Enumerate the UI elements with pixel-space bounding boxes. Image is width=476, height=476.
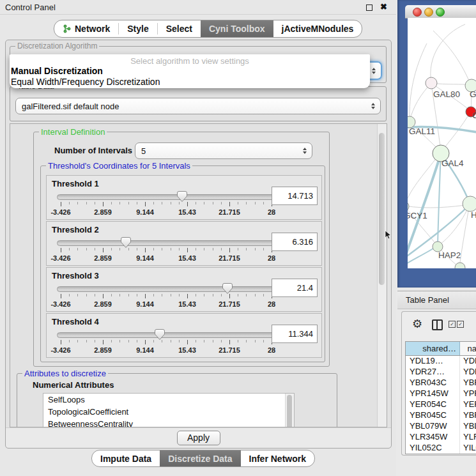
- numerical-attributes-list[interactable]: SelfLoopsTopologicalCoefficientBetweenne…: [43, 393, 295, 427]
- tick-label: 15.43: [178, 300, 196, 308]
- dropdown-placeholder-option[interactable]: Select algorithm to view settings: [10, 54, 370, 66]
- node-attribute-table[interactable]: shared… na YDL19…YDL1YDR27…YDR2YBR043CYB…: [405, 341, 476, 454]
- table-row[interactable]: YPR145WYPR1: [406, 388, 476, 399]
- threshold-value-field-4[interactable]: 11.344: [272, 325, 318, 343]
- tab-infer-network[interactable]: Infer Network: [241, 450, 314, 466]
- tab-cyni-toolbox[interactable]: Cyni Toolbox: [201, 20, 273, 37]
- settings-scrollbar-thumb[interactable]: [379, 133, 385, 285]
- panel-title: Control Panel: [5, 3, 56, 12]
- column-header-shared-name[interactable]: shared…: [406, 342, 460, 355]
- network-view-window: GAL80GCGAL11GAL4GCY1HHAP2: [397, 0, 476, 288]
- checkbox-icon[interactable]: ✓: [457, 321, 464, 328]
- cell-shared-name: YPR145W: [406, 388, 460, 399]
- node-label-gal4: GAL4: [441, 158, 464, 168]
- node-label-h: H: [471, 210, 476, 220]
- tab-impute-data[interactable]: Impute Data: [92, 450, 160, 466]
- attributes-scrollbar[interactable]: [285, 394, 294, 427]
- settings-vertical-scrollbar[interactable]: [377, 124, 387, 427]
- dropdown-option-manual-discretization[interactable]: Manual Discretization: [10, 66, 370, 77]
- gear-icon[interactable]: ⚙: [412, 317, 422, 331]
- slider-thumb[interactable]: [177, 191, 187, 202]
- tick-label: 2.859: [94, 300, 112, 308]
- table-row[interactable]: YLR345WYLR3: [406, 432, 476, 443]
- threshold-slider-2[interactable]: -3.4262.8599.14415.4321.71528: [57, 237, 295, 263]
- cell-name: YBL0: [460, 421, 476, 432]
- dropdown-option-equal-width[interactable]: Equal Width/Frequency Discretization: [10, 77, 370, 88]
- float-icon[interactable]: [366, 4, 372, 11]
- attribute-item-betweennesscentrality[interactable]: BetweennessCentrality: [43, 418, 294, 427]
- apply-button[interactable]: Apply: [177, 431, 220, 445]
- threshold-slider-1[interactable]: -3.4262.8599.14415.4321.71528: [57, 191, 295, 217]
- node-partial-right[interactable]: [463, 196, 476, 211]
- mac-minimize-icon[interactable]: [424, 8, 433, 17]
- tick-label: -3.426: [50, 346, 70, 354]
- network-graph: GAL80GCGAL11GAL4GCY1HHAP2: [408, 18, 476, 268]
- tab-discretize-data[interactable]: Discretize Data: [160, 450, 240, 466]
- slider-thumb[interactable]: [222, 283, 233, 294]
- cell-shared-name: YDL19…: [406, 356, 460, 367]
- slider-thumb[interactable]: [121, 237, 131, 248]
- tick-label: 28: [268, 208, 275, 216]
- cyni-toolbox-panel: Discretization Algorithm Select algorith…: [5, 40, 392, 449]
- node-gal80[interactable]: [426, 77, 437, 89]
- slider-tick-labels: -3.4262.8599.14415.4321.71528: [61, 208, 272, 216]
- column-header-name[interactable]: na: [460, 342, 476, 355]
- cell-shared-name: YBR045C: [406, 410, 460, 421]
- close-icon[interactable]: ✖: [380, 2, 387, 12]
- tab-jactivemnodules[interactable]: jActiveMNodules: [273, 20, 362, 37]
- attributes-scrollbar-thumb[interactable]: [287, 395, 292, 427]
- number-of-intervals-value: 5: [141, 146, 146, 156]
- cell-name: YBR0: [460, 378, 476, 388]
- interval-definition-group: Interval Definition Number of Intervals …: [33, 132, 330, 367]
- table-header-row: shared… na: [406, 342, 476, 356]
- network-canvas[interactable]: GAL80GCGAL11GAL4GCY1HHAP2: [408, 18, 476, 268]
- attribute-item-topologicalcoefficient[interactable]: TopologicalCoefficient: [43, 406, 294, 418]
- slider-ticks: [61, 294, 272, 299]
- tab-style[interactable]: Style: [119, 20, 157, 37]
- mac-close-icon[interactable]: [413, 8, 422, 17]
- threshold-value-field-3[interactable]: 21.4: [272, 279, 318, 297]
- threshold-box-2: Threshold 2-3.4262.8599.14415.4321.71528…: [46, 221, 322, 266]
- table-row[interactable]: YER054CYER0: [406, 399, 476, 410]
- network-nodes[interactable]: [408, 77, 476, 268]
- tick-label: 2.859: [94, 208, 112, 216]
- algorithm-dropdown-popup: Select algorithm to view settings Manual…: [10, 54, 370, 88]
- cell-name: YBR0: [460, 410, 476, 421]
- apply-row: Apply: [6, 427, 391, 448]
- control-panel: Control Panel ✖ NetworkStyleSelectCyni T…: [0, 0, 396, 476]
- threshold-value-field-2[interactable]: 6.316: [272, 233, 318, 251]
- table-data-value: galFiltered.sif default node: [22, 102, 119, 111]
- table-data-combobox[interactable]: galFiltered.sif default node: [15, 98, 381, 114]
- tick-label: 2.859: [94, 346, 112, 354]
- tab-select[interactable]: Select: [158, 20, 201, 37]
- tick-label: 21.715: [219, 254, 240, 262]
- cell-shared-name: YBR043C: [406, 378, 460, 388]
- checkbox-icon[interactable]: ✓: [449, 321, 456, 328]
- node-partial-bottom[interactable]: [455, 263, 465, 268]
- tick-label: 28: [268, 254, 275, 262]
- mac-zoom-icon[interactable]: [436, 8, 445, 17]
- threshold-value-field-1[interactable]: 14.713: [272, 187, 318, 205]
- table-data-group: Table Data galFiltered.sif default node: [10, 86, 387, 121]
- thresholds-group: Threshold's Coordinates for 5 Intervals …: [40, 165, 325, 362]
- node-label-gal11: GAL11: [409, 127, 435, 136]
- node-gcy1[interactable]: [408, 201, 409, 211]
- slider-thumb[interactable]: [155, 329, 165, 340]
- number-of-intervals-combobox[interactable]: 5: [135, 142, 312, 159]
- column-selector-icon[interactable]: [432, 319, 443, 330]
- table-row[interactable]: YBR043CYBR0: [406, 378, 476, 388]
- table-row[interactable]: YDR27…YDR2: [406, 367, 476, 378]
- tick-label: -3.426: [50, 208, 70, 216]
- attribute-item-selfloops[interactable]: SelfLoops: [43, 394, 294, 406]
- table-row[interactable]: YBR045CYBR0: [406, 410, 476, 421]
- node-label-gcy1: GCY1: [408, 211, 427, 220]
- threshold-slider-3[interactable]: -3.4262.8599.14415.4321.71528: [57, 283, 295, 309]
- tab-network[interactable]: Network: [54, 20, 118, 37]
- network-node-labels: GAL80GCGAL11GAL4GCY1HHAP2: [408, 89, 476, 260]
- interval-definition-title: Interval Definition: [39, 127, 107, 137]
- table-row[interactable]: YBL079WYBL0: [406, 421, 476, 432]
- threshold-slider-4[interactable]: -3.4262.8599.14415.4321.71528: [57, 329, 295, 355]
- tick-label: 9.144: [136, 300, 154, 308]
- table-row[interactable]: YIL052CYIL0: [406, 443, 476, 454]
- table-row[interactable]: YDL19…YDL1: [406, 356, 476, 367]
